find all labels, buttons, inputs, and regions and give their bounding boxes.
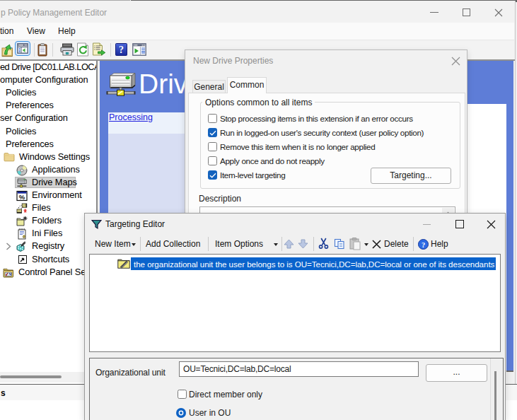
targeting-items-list[interactable]: the organizational unit the user belongs… [89, 254, 501, 352]
export-list-icon[interactable] [92, 42, 106, 57]
help-button[interactable]: Help [431, 239, 448, 249]
toolbar-separator [110, 43, 111, 57]
paste-icon[interactable] [349, 238, 361, 250]
tree-item-drive-maps[interactable]: Drive Maps [32, 176, 77, 189]
tree-item-files[interactable]: Files [32, 202, 51, 214]
gpme-menu-bar: tion View Help [0, 23, 514, 40]
tree-item-policies-user[interactable]: Policies [6, 125, 36, 138]
tab-common[interactable]: Common [227, 77, 267, 93]
tree-item-ini-files[interactable]: Ini Files [32, 227, 62, 240]
toolbar-separator [34, 43, 35, 57]
toolbar-separator [313, 237, 314, 251]
gpme-close-button[interactable] [488, 1, 509, 23]
close-icon [487, 220, 496, 229]
dialog-title: Targeting Editor [105, 219, 165, 229]
tree-item-applications[interactable]: Applications [32, 163, 80, 176]
close-icon [494, 8, 503, 17]
gpme-minimize-button[interactable] [424, 1, 445, 23]
te-minimize-button[interactable] [415, 214, 439, 234]
move-up-icon[interactable] [284, 239, 294, 249]
tree-item-computer-configuration[interactable]: omputer Configuration [0, 74, 88, 86]
option-label: Remove this item when it is no longer ap… [220, 142, 375, 151]
refresh-icon[interactable] [76, 42, 89, 57]
cut-icon[interactable] [318, 238, 329, 250]
option-label: Stop processing items in this extension … [220, 114, 413, 123]
user-in-ou-radio[interactable] [175, 407, 187, 419]
tree-item-environment[interactable]: Environment [32, 189, 82, 202]
direct-member-label: Direct member only [189, 390, 262, 399]
targeting-item-icon [117, 259, 130, 269]
checkbox-apply-once[interactable] [208, 156, 217, 165]
drive-maps-banner-extension [100, 104, 185, 112]
print-icon[interactable] [60, 43, 74, 56]
gpme-maximize-button[interactable] [455, 1, 477, 23]
toolbar-separator [140, 237, 141, 251]
checkbox-stop-processing[interactable] [208, 114, 217, 123]
organizational-unit-input[interactable]: OU=Tecnici,DC=lab,DC=local [179, 361, 419, 377]
item-list-area [108, 134, 185, 214]
te-toolbar: New Item Add Collection Item Options [85, 234, 504, 254]
direct-member-checkbox[interactable] [178, 390, 187, 399]
tab-general[interactable]: General [192, 80, 226, 93]
panel-frame-right-end [506, 371, 513, 372]
up-folder-icon[interactable] [1, 43, 13, 57]
te-close-button[interactable] [480, 214, 504, 234]
menu-help[interactable]: Help [58, 26, 76, 36]
help-icon[interactable]: ? [115, 43, 127, 56]
toolbar-separator [281, 237, 282, 251]
selected-targeting-item[interactable]: the organizational unit the user belongs… [131, 257, 496, 270]
delete-button[interactable]: Delete [384, 239, 409, 249]
delete-icon[interactable] [372, 240, 381, 249]
tree-item-preferences[interactable]: Preferences [6, 99, 54, 112]
processing-link[interactable]: Processing [109, 112, 153, 122]
checkbox-item-level-targeting[interactable] [208, 170, 217, 180]
status-text-fragment: s [1, 388, 6, 398]
option-label: Run in logged-on user's security context… [220, 128, 424, 137]
user-in-ou-row: User in OU [175, 407, 187, 420]
tree-item-root[interactable]: ed Drive [DC01.LAB.LOCA [0, 61, 96, 74]
browse-button[interactable]: ... [426, 364, 487, 382]
tree-item-shortcuts[interactable]: Shortcuts [32, 253, 69, 266]
show-console-tree-button[interactable] [15, 41, 30, 56]
organizational-unit-value: OU=Tecnici,DC=lab,DC=local [183, 364, 291, 374]
scrollbar-thumb[interactable] [0, 375, 62, 378]
tree-item-registry[interactable]: Registry [32, 240, 64, 252]
tree-horizontal-scrollbar[interactable] [0, 372, 96, 383]
tree-item-control-panel-settings[interactable]: Control Panel Sett [18, 266, 91, 279]
scrollbar-thumb[interactable] [494, 371, 496, 420]
menu-action[interactable]: tion [0, 26, 13, 36]
registry-icon [16, 240, 28, 252]
add-collection-button[interactable]: Add Collection [146, 239, 200, 249]
te-maximize-button[interactable] [448, 214, 472, 234]
copy-icon[interactable] [334, 238, 345, 250]
folder-open-icon [4, 151, 15, 163]
help-icon[interactable]: ? [418, 239, 429, 250]
clipboard-icon[interactable] [37, 43, 48, 57]
check-icon [209, 173, 216, 178]
description-label: Description [199, 194, 241, 204]
targeting-item-text: the organizational unit the user belongs… [134, 259, 494, 269]
menu-view[interactable]: View [27, 26, 45, 36]
tree-item-windows-settings[interactable]: Windows Settings [19, 151, 90, 163]
editor-vertical-scrollbar[interactable] [490, 358, 503, 420]
targeting-button[interactable]: Targeting... [371, 168, 451, 184]
move-down-icon[interactable] [298, 239, 308, 249]
tree-expand-chevron[interactable] [6, 243, 11, 250]
tree-item-policies[interactable]: Policies [6, 86, 36, 99]
console-tree-pane: ed Drive [DC01.LAB.LOCA omputer Configur… [0, 61, 96, 385]
chevron-down-icon[interactable] [364, 243, 368, 246]
checkbox-remove-item[interactable] [208, 142, 217, 151]
user-in-ou-label: User in OU [189, 408, 231, 418]
tree-item-folders[interactable]: Folders [32, 214, 62, 227]
toolbar-separator [52, 43, 53, 57]
new-item-button[interactable]: New Item [95, 239, 131, 249]
item-options-button[interactable]: Item Options [215, 239, 263, 249]
action-pane-icon[interactable] [132, 43, 146, 56]
checkbox-run-in-context[interactable] [208, 128, 217, 137]
chevron-down-icon[interactable] [132, 243, 136, 246]
svg-text:?: ? [119, 45, 124, 55]
shortcuts-icon [18, 255, 27, 264]
tree-item-user-configuration[interactable]: ser Configuration [0, 112, 68, 124]
chevron-down-icon[interactable] [274, 243, 278, 246]
tree-item-preferences-user[interactable]: Preferences [6, 138, 54, 151]
